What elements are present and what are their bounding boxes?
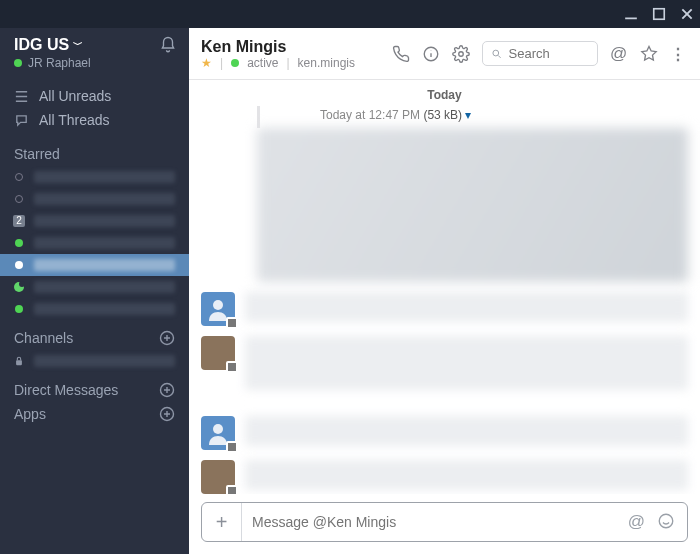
workspace-header[interactable]: IDG US﹀ JR Raphael	[0, 28, 189, 80]
attachment-meta: Today at 12:47 PM (53 kB) ▾	[257, 106, 688, 128]
gear-icon[interactable]	[452, 45, 470, 63]
svg-rect-3	[16, 360, 22, 365]
chevron-down-icon: ﹀	[73, 38, 83, 52]
window-minimize-button[interactable]	[624, 7, 638, 21]
unread-badge: 2	[13, 215, 25, 227]
channels-label: Channels	[14, 330, 73, 346]
presence-away-icon	[14, 282, 24, 292]
starred-item[interactable]	[0, 166, 189, 188]
search-field[interactable]	[509, 46, 590, 61]
presence-active-icon	[15, 239, 23, 247]
svg-rect-1	[654, 9, 665, 20]
starred-item[interactable]	[0, 232, 189, 254]
image-attachment[interactable]	[257, 128, 688, 282]
unreads-icon	[14, 89, 29, 104]
add-channel-icon[interactable]	[159, 330, 175, 346]
starred-label: Starred	[14, 146, 60, 162]
mentions-icon[interactable]: @	[610, 45, 628, 63]
dropdown-icon[interactable]: ▾	[465, 108, 471, 122]
starred-list: 2	[0, 166, 189, 320]
bell-icon[interactable]	[159, 36, 177, 54]
workspace-name: IDG US	[14, 36, 69, 54]
date-divider: Today	[201, 84, 688, 106]
avatar-badge-icon	[226, 361, 238, 373]
call-icon[interactable]	[392, 45, 410, 63]
svg-point-11	[659, 514, 673, 528]
threads-icon	[14, 113, 29, 128]
more-icon[interactable]: ⋮	[670, 45, 688, 63]
starred-item[interactable]	[0, 188, 189, 210]
presence-empty-icon	[15, 195, 23, 203]
starred-item[interactable]	[0, 276, 189, 298]
window-titlebar	[0, 0, 700, 28]
chat-header: Ken Mingis ★ | active | ken.mingis	[189, 28, 700, 80]
message-row	[201, 336, 688, 390]
chat-status: active	[247, 56, 278, 70]
channel-item[interactable]	[0, 350, 189, 372]
avatar-badge-icon	[226, 441, 238, 453]
all-unreads-link[interactable]: All Unreads	[0, 84, 189, 108]
presence-active-icon	[15, 261, 23, 269]
all-unreads-label: All Unreads	[39, 88, 111, 104]
avatar-badge-icon	[226, 317, 238, 329]
current-user: JR Raphael	[28, 56, 91, 70]
dms-label: Direct Messages	[14, 382, 118, 398]
window-close-button[interactable]	[680, 7, 694, 21]
svg-point-10	[213, 424, 223, 434]
composer-input[interactable]	[242, 514, 628, 530]
emoji-icon[interactable]	[657, 512, 675, 530]
svg-point-9	[213, 300, 223, 310]
starred-item[interactable]: 2	[0, 210, 189, 232]
presence-empty-icon	[15, 173, 23, 181]
starred-section-header[interactable]: Starred	[0, 136, 189, 166]
info-icon[interactable]	[422, 45, 440, 63]
apps-section-header[interactable]: Apps	[0, 402, 189, 426]
chat-handle: ken.mingis	[298, 56, 355, 70]
message-row	[201, 416, 688, 450]
attachment-time: Today at 12:47 PM	[320, 108, 420, 122]
channels-section-header[interactable]: Channels	[0, 320, 189, 350]
message-row	[201, 292, 688, 326]
search-input[interactable]	[482, 41, 598, 66]
sidebar: IDG US﹀ JR Raphael All Unreads All Threa…	[0, 28, 189, 554]
lock-icon	[14, 356, 24, 366]
message-area: Today Today at 12:47 PM (53 kB) ▾	[189, 80, 700, 494]
message-content	[245, 292, 688, 322]
message-row	[201, 460, 688, 494]
message-content	[245, 460, 688, 490]
star-icon[interactable]: ★	[201, 56, 212, 70]
search-icon	[491, 47, 503, 61]
dms-section-header[interactable]: Direct Messages	[0, 372, 189, 402]
window-maximize-button[interactable]	[652, 7, 666, 21]
attachment-size: (53 kB)	[423, 108, 462, 122]
svg-point-7	[459, 51, 464, 56]
chat-title[interactable]: Ken Mingis	[201, 38, 355, 56]
presence-active-icon	[15, 305, 23, 313]
add-dm-icon[interactable]	[159, 382, 175, 398]
all-threads-link[interactable]: All Threads	[0, 108, 189, 132]
message-content	[245, 336, 688, 390]
attach-button[interactable]: +	[202, 503, 242, 541]
presence-dot-icon	[14, 59, 22, 67]
avatar-badge-icon	[226, 485, 238, 494]
presence-active-icon	[231, 59, 239, 67]
all-threads-label: All Threads	[39, 112, 110, 128]
mention-icon[interactable]: @	[628, 512, 645, 532]
chat-pane: Ken Mingis ★ | active | ken.mingis	[189, 28, 700, 554]
message-composer: + @	[201, 502, 688, 542]
starred-item-selected[interactable]	[0, 254, 189, 276]
add-app-icon[interactable]	[159, 406, 175, 422]
star-outline-icon[interactable]	[640, 45, 658, 63]
svg-rect-0	[625, 18, 637, 20]
svg-point-8	[493, 50, 499, 56]
starred-item[interactable]	[0, 298, 189, 320]
message-content	[245, 416, 688, 446]
apps-label: Apps	[14, 406, 46, 422]
